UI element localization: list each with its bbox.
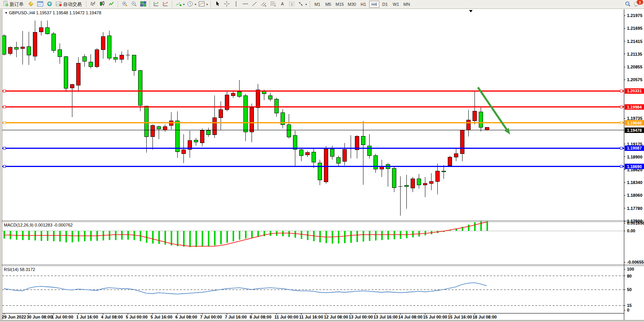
candle-body [331, 149, 334, 156]
price-tick-label: 1.18900 [627, 155, 642, 159]
zoom-in-icon [122, 1, 128, 8]
candle [95, 48, 99, 68]
candle-body [312, 152, 316, 162]
arrows-tool-button[interactable]: ▾ [296, 0, 308, 8]
navigator-button[interactable] [45, 0, 54, 8]
svg-text:1.19640: 1.19640 [627, 121, 642, 125]
line-anchor-handle[interactable] [620, 122, 622, 124]
search-button[interactable] [623, 0, 632, 8]
candle-body [89, 62, 93, 67]
time-tick-label: 1 Jul 16:00 [76, 315, 98, 319]
candle-body [46, 28, 50, 34]
svg-text:1.18690: 1.18690 [627, 164, 642, 169]
chart-header: ▼ GBPUSD-,H4 1.19537 1.19548 1.19472 1.1… [5, 10, 101, 15]
data-window-icon [37, 1, 43, 8]
svg-text:1.19087: 1.19087 [627, 146, 642, 150]
rsi-tick-label: 15 [627, 303, 632, 308]
auto-scroll-button[interactable] [152, 0, 161, 8]
candle-body [39, 28, 43, 32]
auto-scroll-icon [153, 1, 159, 8]
zoom-in-button[interactable] [120, 0, 129, 8]
data-window-button[interactable] [36, 0, 45, 8]
candle-body [163, 126, 167, 130]
text-tool-button[interactable]: A [278, 0, 287, 8]
rsi-tick-label: 50 [627, 287, 632, 292]
notifications-button[interactable]: 1 [632, 0, 642, 8]
clock-icon [187, 1, 193, 8]
line-anchor-handle[interactable] [620, 90, 622, 92]
new-order-button[interactable]: 新订单 [1, 0, 26, 8]
candle-body [293, 136, 297, 150]
candle-body [207, 131, 211, 135]
chart-canvas[interactable]: 1.219751.216951.214151.211351.208551.205… [0, 9, 644, 322]
fibonacci-tool-button[interactable]: F [269, 0, 278, 8]
dropdown-caret-icon: ▾ [305, 3, 307, 6]
line-anchor-handle[interactable] [3, 122, 5, 124]
toolbar-separator [149, 1, 150, 7]
notification-badge: 1 [637, 0, 643, 5]
template-icon [199, 1, 205, 8]
line-anchor-handle[interactable] [3, 90, 5, 92]
timeframe-button-w1[interactable]: W1 [391, 1, 401, 8]
period-clock-button[interactable]: ▾ [186, 0, 197, 8]
market-watch-button[interactable] [26, 0, 36, 8]
candle-body [361, 136, 365, 145]
line-chart-button[interactable] [107, 0, 116, 8]
candle-body [423, 184, 427, 185]
candle-body [417, 179, 421, 185]
timeframe-button-m30[interactable]: M30 [346, 1, 357, 8]
time-tick-label: 1 Jul 00:00 [51, 315, 73, 319]
timeframe-button-h4[interactable]: H4 [369, 1, 379, 8]
channel-tool-button[interactable]: E [259, 0, 269, 8]
bar-chart-icon [90, 1, 96, 8]
vertical-line-icon [233, 1, 239, 8]
dropdown-caret-icon: ▾ [206, 3, 208, 6]
toolbar-separator [86, 1, 87, 7]
candle-body [411, 179, 415, 188]
vertical-line-tool-button[interactable] [231, 0, 241, 8]
timeframe-button-h1[interactable]: H1 [358, 1, 368, 8]
window-bottom-edge [0, 320, 644, 322]
line-anchor-handle[interactable] [620, 147, 622, 149]
zoom-out-button[interactable] [129, 0, 139, 8]
dropdown-caret-icon: ▾ [183, 3, 185, 6]
candle-body [479, 112, 483, 127]
line-anchor-handle[interactable] [620, 106, 622, 108]
text-tool-icon: A [279, 1, 286, 8]
macd-tick-label: 0.00 [627, 228, 635, 233]
line-anchor-handle[interactable] [620, 165, 622, 168]
time-tick-label: 6 Jul 08:00 [175, 315, 197, 319]
cursor-tool-button[interactable] [213, 0, 222, 8]
autotrading-button[interactable]: 自动交易 [54, 0, 84, 8]
price-tag: 1.19478 [625, 128, 644, 133]
horizontal-line-tool-button[interactable] [241, 0, 250, 8]
tile-windows-button[interactable] [139, 0, 148, 8]
add-indicator-button[interactable]: ▾ [174, 0, 186, 8]
candle-body [132, 55, 136, 70]
timeframe-button-m15[interactable]: M15 [334, 1, 345, 8]
price-tag: 1.19640 [625, 120, 644, 126]
templates-button[interactable]: ▾ [197, 0, 209, 8]
timeframe-button-mn[interactable]: MN [402, 1, 412, 8]
line-anchor-handle[interactable] [3, 106, 5, 108]
trendline-tool-button[interactable] [250, 0, 259, 8]
timeframe-button-m1[interactable]: M1 [312, 1, 322, 8]
time-tick-label: 11 Jul 00:00 [274, 315, 298, 319]
chart-shift-button[interactable] [161, 0, 170, 8]
candle-body [405, 185, 409, 187]
timeframe-button-m5[interactable]: M5 [323, 1, 333, 8]
line-anchor-handle[interactable] [3, 147, 5, 149]
candlestick-icon [99, 1, 105, 8]
candlestick-chart-button[interactable] [98, 0, 107, 8]
timeframe-button-d1[interactable]: D1 [380, 1, 390, 8]
label-tool-button[interactable]: T [287, 0, 296, 8]
candle-body [157, 126, 161, 129]
time-tick-label: 13 Jul 16:00 [373, 315, 397, 319]
line-anchor-handle[interactable] [3, 165, 5, 168]
crosshair-tool-button[interactable] [222, 0, 231, 8]
candle-body [306, 153, 310, 155]
bar-chart-button[interactable] [88, 0, 98, 8]
chart-dropdown-icon[interactable]: ▼ [5, 11, 8, 15]
candle-body [108, 36, 111, 58]
svg-text:1.19478: 1.19478 [627, 128, 642, 133]
